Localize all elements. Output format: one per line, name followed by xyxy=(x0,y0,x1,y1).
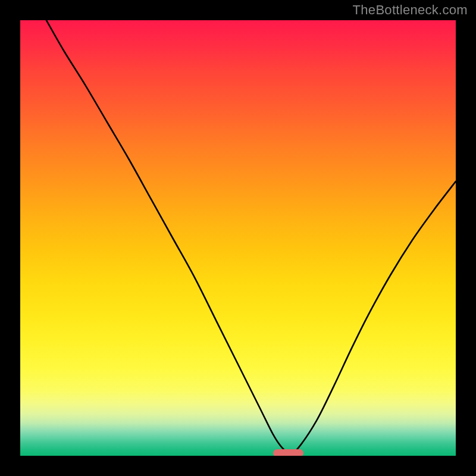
chart-container: TheBottleneck.com xyxy=(0,0,476,476)
curve-svg xyxy=(20,20,456,456)
optimal-marker xyxy=(273,449,303,456)
bottleneck-curve xyxy=(46,20,456,453)
plot-area xyxy=(20,20,456,456)
watermark-text: TheBottleneck.com xyxy=(353,2,468,18)
